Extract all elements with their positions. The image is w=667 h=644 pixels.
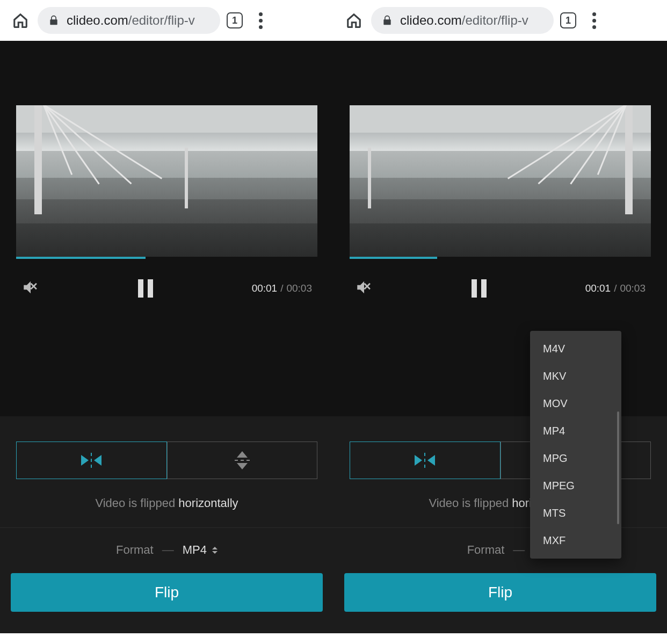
format-label: Format xyxy=(467,543,505,557)
flip-horizontal-icon xyxy=(81,453,102,468)
lock-icon xyxy=(382,15,393,26)
video-progress[interactable] xyxy=(16,257,317,259)
format-option-mkv[interactable]: MKV xyxy=(530,363,621,390)
format-dropdown-menu: M4V MKV MOV MP4 MPG MPEG MTS MXF xyxy=(530,331,621,559)
flip-action-button[interactable]: Flip xyxy=(11,573,323,612)
volume-muted-icon xyxy=(21,278,40,296)
flip-status-text: Video is flipped horizontally xyxy=(0,479,334,527)
select-arrows-icon xyxy=(212,547,218,554)
address-bar[interactable]: clideo.com/editor/flip-v xyxy=(38,7,220,34)
flip-vertical-button[interactable] xyxy=(167,442,318,479)
flip-horizontal-icon xyxy=(415,453,435,468)
format-option-mp4[interactable]: MP4 xyxy=(530,417,621,445)
video-preview[interactable] xyxy=(350,105,651,257)
url-text: clideo.com/editor/flip-v xyxy=(67,13,195,28)
time-display: 00:01/00:03 xyxy=(252,283,312,294)
volume-muted-icon xyxy=(355,278,373,296)
flip-horizontal-button[interactable] xyxy=(16,442,167,479)
time-display: 00:01/00:03 xyxy=(585,283,646,294)
format-option-mpg[interactable]: MPG xyxy=(530,445,621,472)
video-preview[interactable] xyxy=(16,105,317,257)
progress-fill xyxy=(350,257,437,259)
browser-menu-button[interactable] xyxy=(252,12,269,29)
format-option-mts[interactable]: MTS xyxy=(530,500,621,527)
flip-action-button[interactable]: Flip xyxy=(344,573,656,612)
browser-menu-button[interactable] xyxy=(586,12,602,29)
home-button[interactable] xyxy=(10,12,31,28)
pause-button[interactable] xyxy=(472,279,487,298)
browser-toolbar: clideo.com/editor/flip-v 1 xyxy=(334,0,667,41)
mute-button[interactable] xyxy=(355,278,373,299)
progress-fill xyxy=(16,257,146,259)
home-button[interactable] xyxy=(343,12,365,28)
screenshot-left: clideo.com/editor/flip-v 1 xyxy=(0,0,334,644)
home-icon xyxy=(346,12,362,28)
flip-vertical-icon xyxy=(235,451,250,469)
screenshot-right: clideo.com/editor/flip-v 1 xyxy=(334,0,667,644)
editor-area: 00:01/00:03 Video is flipped horizonta xyxy=(334,41,667,633)
editor-area: 00:01/00:03 Video is flipped horizonta xyxy=(0,41,334,633)
flip-horizontal-button[interactable] xyxy=(350,442,501,479)
tab-count-button[interactable]: 1 xyxy=(227,12,243,28)
browser-toolbar: clideo.com/editor/flip-v 1 xyxy=(0,0,334,41)
format-option-mxf[interactable]: MXF xyxy=(530,527,621,554)
video-progress[interactable] xyxy=(350,257,651,259)
url-text: clideo.com/editor/flip-v xyxy=(400,13,528,28)
pause-button[interactable] xyxy=(138,279,153,298)
format-option-m4v[interactable]: M4V xyxy=(530,335,621,363)
address-bar[interactable]: clideo.com/editor/flip-v xyxy=(371,7,554,34)
format-option-mov[interactable]: MOV xyxy=(530,390,621,417)
format-selector[interactable]: Format — MP4 xyxy=(0,527,334,572)
mute-button[interactable] xyxy=(21,278,40,299)
format-label: Format xyxy=(116,543,154,557)
format-option-mpeg[interactable]: MPEG xyxy=(530,472,621,500)
home-icon xyxy=(12,12,28,28)
dropdown-scrollbar[interactable] xyxy=(617,411,619,524)
tab-count-button[interactable]: 1 xyxy=(560,12,576,28)
format-value: MP4 xyxy=(183,543,218,557)
lock-icon xyxy=(48,15,59,26)
